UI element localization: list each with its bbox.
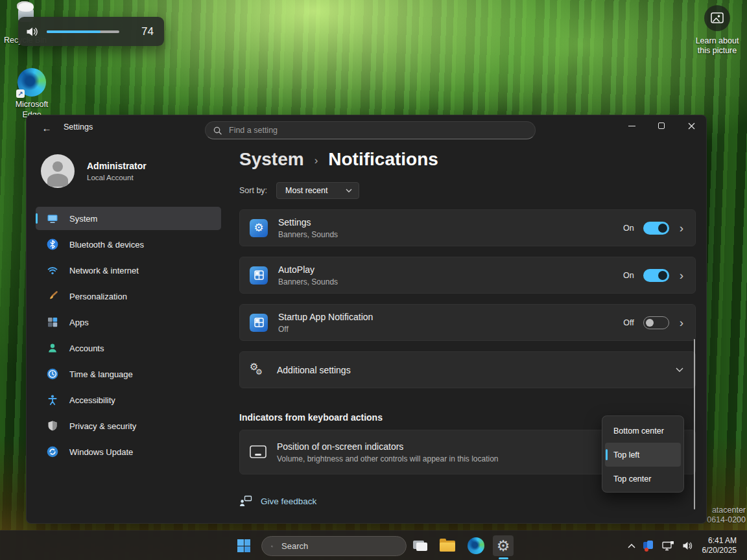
windows-logo-icon [237,539,250,552]
taskbar-search[interactable] [261,536,407,556]
breadcrumb-separator-icon: › [314,154,318,167]
sidebar-label: System [69,214,97,224]
sort-dropdown-value: Most recent [285,186,327,195]
chevron-right-icon: › [680,269,683,281]
task-view-button[interactable] [410,535,431,556]
sidebar-item-privacy-security[interactable]: Privacy & security [36,414,221,438]
chevron-down-icon [676,368,683,372]
sort-dropdown[interactable]: Most recent [276,182,359,199]
account-header[interactable]: Administrator Local Account [41,153,222,189]
bluetooth-icon [47,239,58,250]
learn-about-picture-button[interactable] [704,5,730,31]
clock-icon [47,368,58,380]
row-title: AutoPlay [278,264,338,275]
row-title: Additional settings [277,365,351,375]
sidebar-item-windows-update[interactable]: Windows Update [36,440,221,463]
recycle-bin-paper [17,1,34,12]
chevron-up-icon [628,544,635,548]
autoplay-app-icon [250,266,268,285]
settings-app-icon: ⚙ [250,219,268,237]
network-icon [662,541,674,551]
row-title: Settings [278,217,338,228]
sidebar-label: Accounts [69,344,104,353]
account-name: Administrator [87,161,147,171]
sidebar-item-system[interactable]: System [36,207,221,230]
shortcut-arrow-icon: ↗ [16,89,25,98]
notification-row-startup[interactable]: Startup App Notification Off Off › [239,304,696,341]
breadcrumb: System › Notifications [239,149,438,170]
edge-taskbar-button[interactable] [466,535,486,556]
sidebar-nav: System Bluetooth & devices Network & int… [36,207,221,466]
sidebar-item-time-language[interactable]: Time & language [36,362,221,386]
settings-taskbar-button[interactable]: ⚙ [493,535,514,556]
edge-icon [468,537,484,554]
speaker-icon [26,27,39,37]
edge-logo-icon: ↗ [18,68,46,97]
volume-tray-button[interactable] [678,535,697,556]
volume-slider-fill [47,30,101,33]
sidebar-label: Personalization [69,292,127,301]
tray-app-button[interactable] [639,535,658,556]
chevron-right-icon: › [680,316,683,329]
notification-row-settings[interactable]: ⚙ Settings Banners, Sounds On › [239,209,696,246]
sidebar-item-bluetooth-devices[interactable]: Bluetooth & devices [36,233,221,256]
picture-icon [710,11,724,25]
dropdown-option-top-left[interactable]: Top left [605,443,681,467]
autoplay-notifications-toggle[interactable] [643,269,669,282]
sidebar-label: Privacy & security [69,421,136,431]
row-subtitle: Banners, Sounds [278,277,338,286]
page-title: Notifications [328,149,438,170]
notification-row-autoplay[interactable]: AutoPlay Banners, Sounds On › [239,257,696,294]
sidebar-label: Time & language [69,369,133,379]
sort-by-label: Sort by: [239,186,267,195]
sidebar-label: Network & internet [69,266,139,275]
volume-slider[interactable] [47,30,119,33]
dropdown-option-bottom-center[interactable]: Bottom center [605,419,681,443]
row-subtitle: Off [278,325,373,334]
sidebar-item-accessibility[interactable]: Accessibility [36,388,221,412]
row-title: Startup App Notification [278,312,373,322]
volume-osd: 74 [18,17,164,46]
scrollbar[interactable] [694,339,695,509]
gear-icon: ⚙ [497,539,510,554]
on-screen-indicator-icon [250,445,267,459]
sidebar-label: Accessibility [69,395,115,405]
give-feedback-link[interactable]: Give feedback [239,495,316,507]
brush-icon [47,290,58,302]
task-view-icon [410,535,431,556]
desktop: Recycle Bin ↗ Microsoft Edge 74 [0,0,747,560]
taskbar: ⚙ 6: [0,530,747,560]
speaker-icon [682,541,693,550]
back-button[interactable]: ← [36,119,58,136]
sidebar-item-apps[interactable]: Apps [36,310,221,334]
tray-chevron-up-button[interactable] [624,535,639,556]
sidebar-item-personalization[interactable]: Personalization [36,285,221,308]
edge-shortcut[interactable]: ↗ Microsoft Edge [9,68,54,120]
additional-settings-expander[interactable]: ⚙⚙ Additional settings [239,351,696,388]
start-button[interactable] [233,535,254,556]
shield-icon [47,420,58,432]
network-tray-button[interactable] [658,535,678,556]
taskbar-clock[interactable]: 6:41 AM 6/20/2025 [702,536,737,555]
gears-icon: ⚙⚙ [250,362,267,379]
chevron-right-icon: › [680,222,683,234]
startup-notifications-toggle[interactable] [643,316,669,329]
sidebar-label: Bluetooth & devices [69,240,144,250]
settings-notifications-toggle[interactable] [643,222,669,235]
active-app-indicator [499,557,508,559]
wifi-icon [47,264,58,276]
sidebar-item-network-internet[interactable]: Network & internet [36,259,221,282]
dropdown-option-top-center[interactable]: Top center [605,467,681,491]
breadcrumb-parent[interactable]: System [239,149,304,170]
edge-label-line1: Microsoft [9,99,54,110]
file-explorer-button[interactable] [437,535,458,556]
sidebar-label: Apps [69,318,89,327]
apps-icon [47,316,58,328]
toggle-state-label: Off [623,318,634,327]
toggle-state-label: On [623,224,634,233]
volume-value: 74 [141,25,154,38]
chevron-down-icon [346,189,352,192]
taskbar-search-input[interactable] [280,541,397,552]
sidebar-item-accounts[interactable]: Accounts [36,336,221,360]
clock-time: 6:41 AM [702,536,737,546]
